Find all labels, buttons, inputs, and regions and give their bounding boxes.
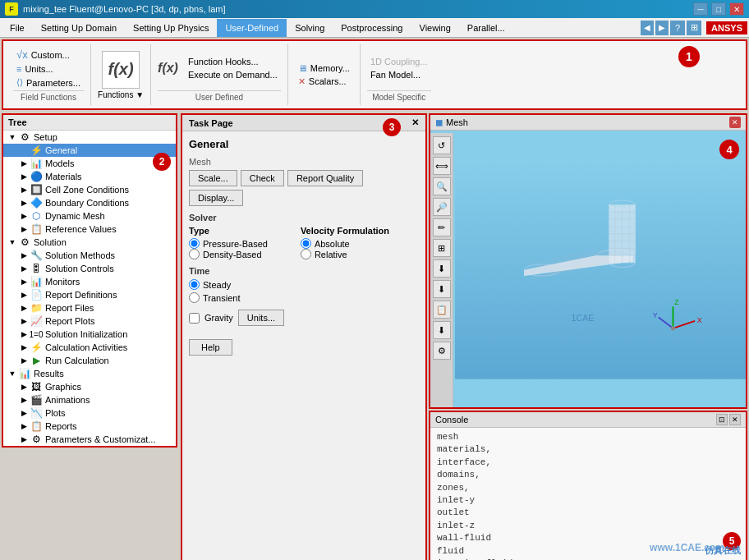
console-line-5: inlet-y <box>437 494 739 507</box>
tree-item-models[interactable]: ▶ 📊 Models <box>3 157 176 170</box>
tree-arrow-solution: ▼ <box>7 238 18 246</box>
maximize-button[interactable]: □ <box>711 2 726 16</box>
ribbon: √x Custom... ≡ Units... ⟨⟩ Parameters...… <box>2 39 747 110</box>
help-button[interactable]: Help <box>189 339 232 356</box>
tree-item-sol-init[interactable]: ▶ 1=0 Solution Initialization <box>3 328 176 341</box>
tree-item-report-defs[interactable]: ▶ 📄 Report Definitions <box>3 288 176 301</box>
console-close-button[interactable]: ✕ <box>729 414 741 425</box>
svg-text:1CAE: 1CAE <box>572 313 595 323</box>
menu-setting-physics[interactable]: Setting Up Physics <box>125 19 217 37</box>
console-restore-button[interactable]: ⊡ <box>716 414 728 425</box>
tree-item-solution[interactable]: ▼ ⚙ Solution <box>3 236 176 249</box>
nav-prev[interactable]: ◀ <box>641 21 654 35</box>
tree-item-general[interactable]: ⚡ General <box>3 144 176 157</box>
tree-item-results[interactable]: ▼ 📊 Results <box>3 367 176 380</box>
tree-arrow-dynamic-mesh: ▶ <box>18 212 30 220</box>
tree-item-solution-methods[interactable]: ▶ 🔧 Solution Methods <box>3 249 176 262</box>
mesh-tool-copy[interactable]: 📋 <box>433 301 451 319</box>
tree-item-reports[interactable]: ▶ 📋 Reports <box>3 420 176 433</box>
mesh-tool-settings[interactable]: ⚙ <box>433 342 451 360</box>
velocity-label: Velocity Formulation <box>301 226 389 236</box>
tree-item-cell-zone[interactable]: ▶ 🔲 Cell Zone Conditions <box>3 183 176 196</box>
units-button[interactable]: Units... <box>238 310 284 326</box>
help-menu-button[interactable]: ? <box>670 21 685 35</box>
tree-item-plots[interactable]: ▶ 📉 Plots <box>3 406 176 420</box>
absolute-radio[interactable]: Absolute <box>301 238 389 249</box>
watermark-text: 仿真在线 <box>705 544 741 557</box>
tree-icon-run-calc: ▶ <box>30 355 43 366</box>
display-button[interactable]: Display... <box>189 190 243 206</box>
steady-radio[interactable]: Steady <box>189 279 419 290</box>
transient-radio[interactable]: Transient <box>189 292 419 303</box>
minimize-button[interactable]: ─ <box>693 2 708 16</box>
ribbon-1d-coupling-button[interactable]: 1D Coupling... <box>367 56 431 67</box>
ribbon-fan-model-button[interactable]: Fan Model... <box>367 69 431 80</box>
mesh-tool-select[interactable]: ✏ <box>433 218 451 236</box>
nav-next[interactable]: ▶ <box>655 21 669 35</box>
mesh-tool-zoom-in[interactable]: 🔍 <box>433 177 451 195</box>
tree-arrow-boundary: ▶ <box>18 199 30 207</box>
menu-viewing[interactable]: Viewing <box>411 19 459 37</box>
menu-parallel[interactable]: Parallel... <box>459 19 513 37</box>
close-button[interactable]: ✕ <box>729 2 744 16</box>
ribbon-scalars-button[interactable]: ✕ Scalars... <box>295 76 353 88</box>
mesh-tool-zoom-out[interactable]: 🔎 <box>433 198 451 216</box>
tree-icon-parameters: ⚙ <box>30 434 43 445</box>
tree-item-animations[interactable]: ▶ 🎬 Animations <box>3 393 176 406</box>
tree-item-calc-activities[interactable]: ▶ ⚡ Calculation Activities <box>3 341 176 354</box>
ribbon-mem-col: 🖥 Memory... ✕ Scalars... <box>295 62 353 88</box>
mesh-tool-down2[interactable]: ⬇ <box>433 280 451 298</box>
tree-item-setup[interactable]: ▼ ⚙ Setup <box>3 131 176 144</box>
menu-solving[interactable]: Solving <box>287 19 333 37</box>
tree-item-graphics[interactable]: ▶ 🖼 Graphics <box>3 380 176 393</box>
console-line-2: interface, <box>437 457 739 469</box>
mesh-tool-down3[interactable]: ⬇ <box>433 321 451 339</box>
ribbon-execute-on-demand-button[interactable]: Execute on Demand... <box>185 69 281 80</box>
relative-radio[interactable]: Relative <box>301 249 389 259</box>
ribbon-custom-button[interactable]: √x Custom... <box>13 48 84 62</box>
tree-item-dynamic-mesh[interactable]: ▶ ⬡ Dynamic Mesh <box>3 209 176 223</box>
tree-item-monitors[interactable]: ▶ 📊 Monitors <box>3 275 176 288</box>
tree-item-run-calc[interactable]: ▶ ▶ Run Calculation <box>3 354 176 367</box>
tree-arrow-sol-methods: ▶ <box>18 251 30 259</box>
ribbon-units-button[interactable]: ≡ Units... <box>13 63 84 75</box>
mesh-tool-fit[interactable]: ⊞ <box>433 239 451 257</box>
ribbon-parameters-button[interactable]: ⟨⟩ Parameters... <box>13 76 84 89</box>
menu-setting-domain[interactable]: Setting Up Domain <box>33 19 125 37</box>
ribbon-fx-big[interactable]: f(x) Functions ▼ <box>98 51 144 99</box>
menu-user-defined[interactable]: User-Defined <box>217 19 287 37</box>
console-panel-header: Console ⊡ ✕ <box>430 412 746 428</box>
tree-item-parameters[interactable]: ▶ ⚙ Parameters & Customizat... <box>3 433 176 446</box>
density-based-radio[interactable]: Density-Based <box>189 249 268 259</box>
mesh-tool-pan[interactable]: ⟺ <box>433 157 451 175</box>
tree-item-report-plots[interactable]: ▶ 📈 Report Plots <box>3 314 176 328</box>
console-content: mesh materials, interface, domains, zone… <box>430 428 746 560</box>
tree-item-solution-controls[interactable]: ▶ 🎛 Solution Controls <box>3 262 176 275</box>
tree-icon-sol-methods: 🔧 <box>30 250 43 261</box>
tree-icon-graphics: 🖼 <box>30 381 43 392</box>
functions-dropdown[interactable]: Functions ▼ <box>98 90 144 99</box>
ribbon-ud-fx-icon[interactable]: f(x) <box>158 61 178 76</box>
tree-item-materials[interactable]: ▶ 🔵 Materials <box>3 170 176 183</box>
menu-postprocessing[interactable]: Postprocessing <box>333 19 411 37</box>
main-area: Tree ▼ ⚙ Setup ⚡ General ▶ 📊 Models <box>0 112 749 560</box>
mesh-tool-down1[interactable]: ⬇ <box>433 259 451 278</box>
mesh-tool-rotate[interactable]: ↺ <box>433 136 451 154</box>
ribbon-function-hooks-button[interactable]: Function Hooks... <box>185 56 281 67</box>
tree-item-boundary[interactable]: ▶ 🔷 Boundary Conditions <box>3 196 176 209</box>
gravity-checkbox[interactable] <box>189 313 200 324</box>
ribbon-memory-button[interactable]: 🖥 Memory... <box>295 62 353 74</box>
pressure-based-radio[interactable]: Pressure-Based <box>189 238 268 249</box>
tree-wrapper: Tree ▼ ⚙ Setup ⚡ General ▶ 📊 Models <box>0 112 179 560</box>
tree-item-reference[interactable]: ▶ 📋 Reference Values <box>3 223 176 236</box>
check-button[interactable]: Check <box>241 170 284 186</box>
report-quality-button[interactable]: Report Quality <box>287 170 363 186</box>
settings-menu-button[interactable]: ⊞ <box>687 21 701 35</box>
tree-icon-report-plots: 📈 <box>30 315 43 327</box>
fx-icon[interactable]: f(x) <box>102 51 140 89</box>
task-panel-close[interactable]: ✕ <box>411 117 419 128</box>
mesh-close-button[interactable]: ✕ <box>729 117 741 128</box>
tree-item-report-files[interactable]: ▶ 📁 Report Files <box>3 301 176 314</box>
menu-file[interactable]: File <box>2 19 33 37</box>
scale-button[interactable]: Scale... <box>189 170 237 186</box>
